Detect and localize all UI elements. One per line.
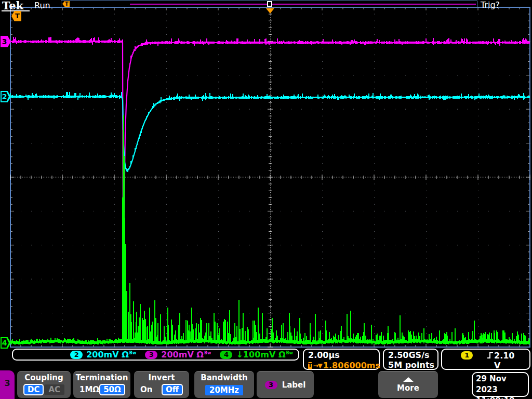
invert-title: Invert: [134, 373, 189, 382]
channel-readout-box: 2 200mV ΩBw 3 200mV ΩBw 4 ↓100mV ΩBw: [12, 349, 299, 361]
more-button[interactable]: More: [378, 371, 438, 398]
label-channel-badge: 3: [265, 381, 277, 389]
termination-option-1mohm[interactable]: 1MΩ: [79, 385, 99, 394]
delay-arrow-icon: →▼: [313, 362, 322, 369]
coupling-title: Coupling: [17, 373, 71, 382]
date-value: 29 Nov 2023: [476, 374, 528, 395]
bandwidth-value[interactable]: 20MHz: [205, 385, 243, 395]
channel2-readout: 2 200mV ΩBw: [70, 350, 136, 360]
trigger-level-value: 2.10 V: [494, 351, 523, 370]
datetime-box: 29 Nov 2023 11:00:19: [472, 372, 529, 397]
channel4-readout: 4 ↓100mV ΩBw: [220, 350, 293, 360]
channel3-scale: 200mV ΩBw: [161, 350, 211, 360]
acquisition-preview-bar: T: [61, 1, 477, 8]
termination-option-50ohm[interactable]: 50Ω: [99, 384, 125, 395]
bandwidth-button[interactable]: Bandwidth 20MHz: [194, 371, 254, 398]
trigger-readout-box: 1 2.10 V: [441, 349, 530, 370]
more-up-arrow-icon: [403, 377, 414, 382]
time-value: 11:00:19: [476, 395, 528, 399]
timebase-readout-box: 2.00µs T →▼ 1.806000ms: [303, 349, 380, 370]
acquisition-readout-box: 2.50GS/s 5M points: [383, 349, 438, 370]
timebase-scale: 2.00µs: [308, 350, 379, 360]
channel3-readout: 3 200mV ΩBw: [145, 350, 211, 360]
waveform-preview-line: [130, 4, 476, 5]
expansion-window-marker: [267, 1, 272, 7]
channel2-position-marker[interactable]: 2: [1, 91, 11, 102]
termination-title: Termination: [73, 373, 130, 382]
rising-edge-slope-icon: [486, 351, 494, 360]
timebase-delay: T →▼ 1.806000ms: [308, 361, 379, 370]
record-length: 5M points: [388, 360, 437, 370]
sample-rate: 2.50GS/s: [388, 350, 437, 360]
trigger-status: Trig?: [481, 0, 500, 10]
waveform-display: [0, 0, 532, 364]
coupling-option-ac[interactable]: AC: [44, 384, 64, 395]
channel3-menu-tab: 3: [0, 370, 15, 399]
invert-option-on[interactable]: On: [140, 385, 152, 394]
channel3-badge: 3: [145, 351, 157, 359]
label-button[interactable]: 3 Label: [257, 371, 314, 398]
trigger-source-badge: 1: [461, 351, 473, 360]
coupling-option-dc[interactable]: DC: [23, 384, 44, 395]
bandwidth-title: Bandwidth: [194, 373, 254, 382]
coupling-button[interactable]: Coupling DC AC: [17, 371, 71, 398]
trigger-position-flag-icon: T: [62, 1, 70, 7]
channel2-badge: 2: [70, 351, 83, 359]
label-title: Label: [282, 380, 306, 390]
channel4-badge: 4: [220, 351, 232, 359]
channel3-position-marker[interactable]: 3: [1, 36, 11, 47]
channel2-scale: 200mV ΩBw: [86, 350, 136, 360]
channel4-scale: ↓100mV ΩBw: [236, 350, 293, 360]
termination-button[interactable]: Termination 1MΩ 50Ω: [73, 371, 130, 398]
channel4-position-marker[interactable]: 4: [1, 337, 11, 349]
more-title: More: [397, 383, 419, 393]
acquisition-status: Run: [34, 1, 50, 10]
invert-button[interactable]: Invert On Off: [134, 371, 189, 398]
delay-trigger-icon: T: [308, 362, 312, 369]
invert-option-off[interactable]: Off: [162, 384, 183, 395]
